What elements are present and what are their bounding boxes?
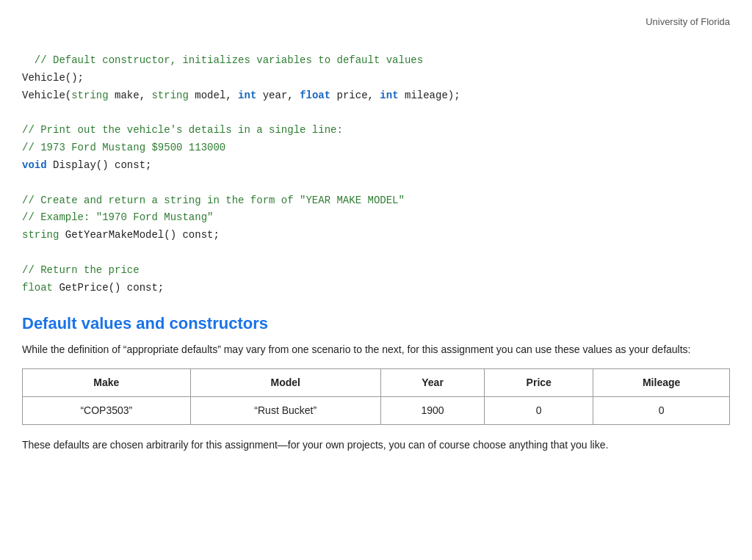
col-header-year: Year [380, 368, 484, 396]
getprice-method: float GetPrice() const; [22, 282, 164, 294]
comment-getyearmakemodel-2: // Example: "1970 Ford Mustang" [22, 211, 213, 223]
footer-text: These defaults are chosen arbitrarily fo… [22, 437, 730, 453]
table-cell: “Rust Bucket” [190, 396, 380, 424]
table-cell: “COP3503” [23, 396, 191, 424]
comment-line-1: // Default constructor, initializes vari… [35, 54, 423, 66]
comment-getprice: // Return the price [22, 264, 140, 276]
table-cell: 1900 [380, 396, 484, 424]
vehicle-parameterized-constructor: Vehicle(string make, string model, int y… [22, 90, 460, 101]
defaults-table: Make Model Year Price Mileage “COP3503”“… [22, 368, 730, 425]
table-cell: 0 [593, 396, 730, 424]
vehicle-default-constructor: Vehicle(); [22, 72, 84, 84]
getyearmakemodel-method: string GetYearMakeModel() const; [22, 229, 220, 241]
display-method: void Display() const; [22, 159, 151, 171]
university-label: University of Florida [22, 15, 730, 29]
col-header-price: Price [485, 368, 593, 396]
comment-display-2: // 1973 Ford Mustang $9500 113000 [22, 142, 225, 153]
section-heading: Default values and constructors [22, 311, 730, 335]
section-description: While the definition of “appropriate def… [22, 341, 730, 357]
comment-display-1: // Print out the vehicle's details in a … [22, 124, 343, 136]
code-block: // Default constructor, initializes vari… [22, 35, 730, 297]
table-row: “COP3503”“Rust Bucket”190000 [23, 396, 730, 424]
col-header-mileage: Mileage [593, 368, 730, 396]
table-cell: 0 [485, 396, 593, 424]
col-header-make: Make [23, 368, 191, 396]
col-header-model: Model [190, 368, 380, 396]
comment-getyearmakemodel-1: // Create and return a string in the for… [22, 194, 405, 206]
